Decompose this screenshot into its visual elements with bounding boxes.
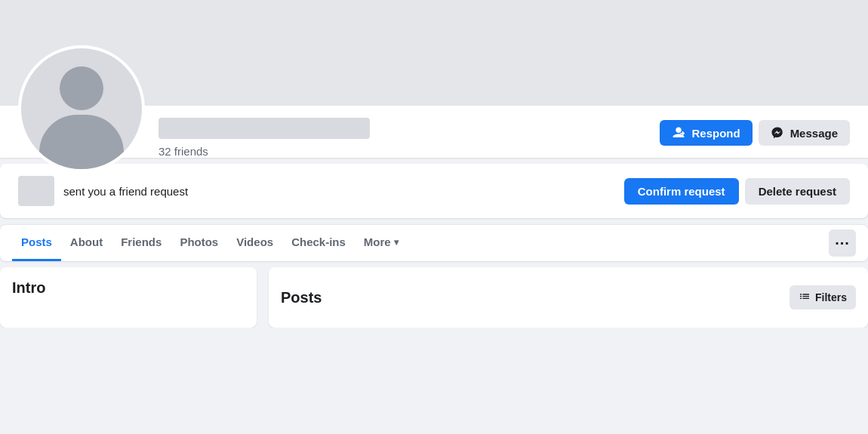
respond-label: Respond (691, 127, 740, 140)
profile-section: 32 friends Respond Message (0, 106, 868, 158)
tab-checkins[interactable]: Check-ins (282, 225, 355, 261)
filters-icon (799, 291, 811, 303)
tab-about[interactable]: About (61, 225, 112, 261)
filters-label: Filters (815, 291, 847, 303)
name-placeholder (159, 118, 370, 139)
friend-request-left: sent you a friend request (18, 176, 188, 206)
confirm-request-button[interactable]: Confirm request (624, 178, 739, 205)
tab-more[interactable]: More ▾ (355, 225, 408, 261)
posts-title: Posts (281, 289, 322, 306)
tab-videos[interactable]: Videos (227, 225, 282, 261)
message-button[interactable]: Message (759, 120, 850, 146)
tab-posts[interactable]: Posts (12, 225, 61, 261)
bottom-sections: Intro Posts Filters (0, 267, 868, 328)
profile-info: 32 friends (159, 118, 370, 158)
friend-request-avatar (18, 176, 54, 206)
profile-actions: Respond Message (660, 120, 850, 158)
avatar (18, 45, 145, 172)
friend-request-text: sent you a friend request (63, 185, 188, 198)
tab-friends[interactable]: Friends (112, 225, 171, 261)
nav-tabs: Posts About Friends Photos Videos Check-… (12, 225, 408, 261)
respond-button[interactable]: Respond (660, 120, 752, 146)
messenger-icon (771, 126, 784, 140)
intro-section: Intro (0, 267, 257, 328)
chevron-down-icon: ▾ (394, 237, 399, 248)
profile-nav: Posts About Friends Photos Videos Check-… (0, 224, 868, 261)
posts-section: Posts Filters (269, 267, 868, 328)
avatar-wrapper (18, 45, 145, 172)
message-label: Message (790, 127, 838, 140)
friends-count: 32 friends (159, 145, 370, 158)
intro-title: Intro (12, 279, 45, 296)
tab-photos[interactable]: Photos (171, 225, 227, 261)
friend-request-actions: Confirm request Delete request (624, 178, 850, 205)
delete-request-button[interactable]: Delete request (745, 178, 850, 205)
ellipsis-icon: ··· (835, 235, 850, 252)
filters-button[interactable]: Filters (790, 285, 856, 309)
respond-icon (672, 126, 685, 140)
nav-ellipsis-button[interactable]: ··· (829, 229, 856, 257)
